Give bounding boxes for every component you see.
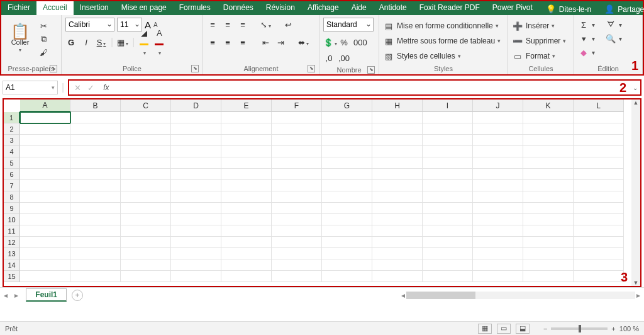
cell-B9[interactable] (70, 203, 121, 214)
cell-F13[interactable] (272, 248, 322, 259)
column-header-L[interactable]: L (574, 99, 624, 112)
font-name-select[interactable]: Calibri (65, 18, 114, 31)
cell-E7[interactable] (221, 180, 272, 191)
cell-I9[interactable] (423, 203, 473, 214)
cut-icon[interactable]: ✂ (38, 20, 49, 31)
cell-J14[interactable] (473, 259, 523, 271)
cell-B8[interactable] (70, 191, 121, 203)
bold-button[interactable]: G (65, 38, 77, 47)
number-format-select[interactable]: Standard (323, 18, 374, 31)
cell-E13[interactable] (221, 248, 272, 259)
cell-K10[interactable] (523, 214, 574, 225)
cell-G3[interactable] (322, 135, 372, 146)
cell-H6[interactable] (372, 169, 423, 180)
cell-C6[interactable] (121, 169, 171, 180)
cell-L14[interactable] (574, 259, 624, 271)
cell-B14[interactable] (70, 259, 121, 271)
cell-I11[interactable] (423, 225, 473, 237)
align-top-button[interactable]: ≡ (207, 20, 218, 30)
row-header-3[interactable]: 3 (4, 135, 20, 146)
cell-F15[interactable] (272, 271, 322, 282)
cell-F12[interactable] (272, 237, 322, 248)
cell-E5[interactable] (221, 157, 272, 169)
cell-K14[interactable] (523, 259, 574, 271)
cell-J11[interactable] (473, 225, 523, 237)
align-right-button[interactable]: ≡ (237, 38, 248, 47)
cell-A11[interactable] (20, 225, 70, 237)
formula-input[interactable] (109, 81, 631, 94)
cell-E14[interactable] (221, 259, 272, 271)
cell-B2[interactable] (70, 123, 121, 135)
view-normal-button[interactable]: ▦ (478, 324, 492, 334)
cell-I14[interactable] (423, 259, 473, 271)
cell-J10[interactable] (473, 214, 523, 225)
row-header-11[interactable]: 11 (4, 225, 20, 237)
cell-D14[interactable] (171, 259, 221, 271)
cell-D5[interactable] (171, 157, 221, 169)
column-header-C[interactable]: C (121, 99, 171, 112)
insert-function-button[interactable]: fx (103, 83, 109, 92)
cell-B15[interactable] (70, 271, 121, 282)
cell-H9[interactable] (372, 203, 423, 214)
tell-me-search[interactable]: 💡 Dites-le-n (539, 1, 597, 15)
cell-G13[interactable] (322, 248, 372, 259)
increase-decimal-button[interactable]: ,0 (323, 54, 335, 63)
cell-G14[interactable] (322, 259, 372, 271)
cell-L9[interactable] (574, 203, 624, 214)
cell-J3[interactable] (473, 135, 523, 146)
cell-E1[interactable] (221, 112, 272, 123)
cell-C15[interactable] (121, 271, 171, 282)
cell-D2[interactable] (171, 123, 221, 135)
cell-G7[interactable] (322, 180, 372, 191)
cell-H8[interactable] (372, 191, 423, 203)
cell-H5[interactable] (372, 157, 423, 169)
wrap-text-button[interactable]: ↩ (282, 20, 294, 30)
cell-H11[interactable] (372, 225, 423, 237)
zoom-level-label[interactable]: 100 % (619, 325, 639, 332)
cell-C9[interactable] (121, 203, 171, 214)
percent-format-button[interactable]: % (338, 38, 350, 47)
font-launcher[interactable]: ⬊ (191, 65, 199, 72)
view-page-break-button[interactable]: ⬓ (516, 324, 530, 334)
decrease-indent-button[interactable]: ⇤ (260, 38, 271, 47)
cell-K1[interactable] (523, 112, 574, 123)
tab-home[interactable]: Accueil (36, 1, 74, 15)
cell-A2[interactable] (20, 123, 70, 135)
cell-A15[interactable] (20, 271, 70, 282)
cell-C10[interactable] (121, 214, 171, 225)
row-header-14[interactable]: 14 (4, 259, 20, 271)
borders-button[interactable]: ▦ (117, 38, 128, 47)
name-box[interactable]: A1 ▾ (3, 81, 58, 94)
cell-B7[interactable] (70, 180, 121, 191)
fill-button[interactable]: ▾ (578, 33, 589, 44)
cell-A9[interactable] (20, 203, 70, 214)
cell-J13[interactable] (473, 248, 523, 259)
column-header-K[interactable]: K (523, 99, 574, 112)
cell-L1[interactable] (574, 112, 624, 123)
cell-I5[interactable] (423, 157, 473, 169)
cell-D3[interactable] (171, 135, 221, 146)
cell-C3[interactable] (121, 135, 171, 146)
cell-G5[interactable] (322, 157, 372, 169)
cell-D15[interactable] (171, 271, 221, 282)
format-as-table-button[interactable]: ▦ Mettre sous forme de tableau▾ (383, 34, 501, 48)
cell-H10[interactable] (372, 214, 423, 225)
cell-J4[interactable] (473, 146, 523, 157)
cell-C12[interactable] (121, 237, 171, 248)
cell-H12[interactable] (372, 237, 423, 248)
cell-E10[interactable] (221, 214, 272, 225)
cell-H1[interactable] (372, 112, 423, 123)
tab-data[interactable]: Données (217, 1, 260, 15)
cell-K2[interactable] (523, 123, 574, 135)
cancel-formula-button[interactable]: ✕ (74, 83, 81, 93)
cell-I13[interactable] (423, 248, 473, 259)
cell-J7[interactable] (473, 180, 523, 191)
cell-G6[interactable] (322, 169, 372, 180)
cell-J8[interactable] (473, 191, 523, 203)
cell-F7[interactable] (272, 180, 322, 191)
cell-L15[interactable] (574, 271, 624, 282)
row-header-1[interactable]: 1 (4, 112, 20, 123)
cell-I1[interactable] (423, 112, 473, 123)
zoom-control[interactable]: − + 100 % (543, 325, 639, 332)
insert-cells-button[interactable]: ➕ Insérer▾ (512, 19, 555, 33)
